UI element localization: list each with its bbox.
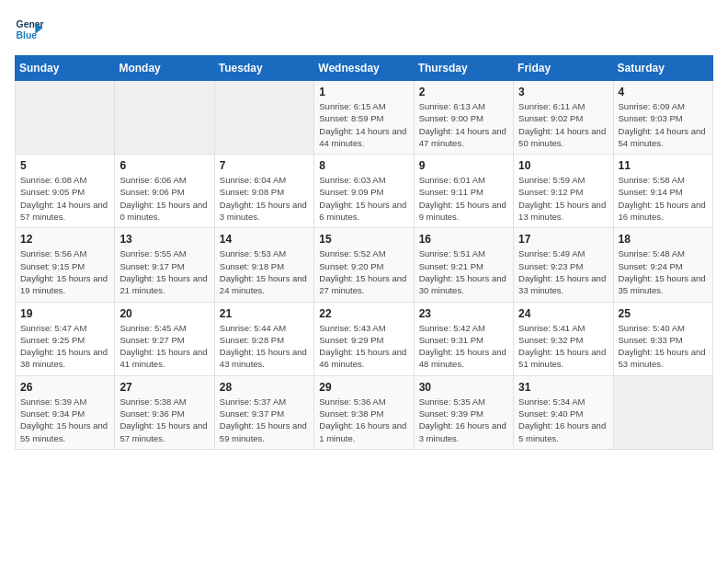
calendar-cell: 13Sunrise: 5:55 AMSunset: 9:17 PMDayligh… (115, 228, 214, 302)
calendar-cell: 9Sunrise: 6:01 AMSunset: 9:11 PMDaylight… (414, 155, 513, 228)
weekday-header-friday: Friday (514, 56, 613, 81)
day-number: 2 (419, 86, 508, 98)
day-info: Sunrise: 6:11 AMSunset: 9:02 PMDaylight:… (518, 100, 608, 149)
weekday-header-wednesday: Wednesday (314, 56, 414, 81)
day-number: 22 (319, 307, 408, 320)
page-header: General Blue (15, 15, 713, 44)
day-number: 5 (20, 159, 109, 172)
day-info: Sunrise: 5:56 AMSunset: 9:15 PMDaylight:… (20, 247, 109, 296)
day-number: 15 (319, 233, 408, 246)
calendar-cell: 2Sunrise: 6:13 AMSunset: 9:00 PMDaylight… (414, 81, 513, 155)
calendar-cell: 19Sunrise: 5:47 AMSunset: 9:25 PMDayligh… (16, 302, 115, 375)
day-number: 4 (619, 86, 708, 98)
calendar-cell: 10Sunrise: 5:59 AMSunset: 9:12 PMDayligh… (514, 155, 613, 228)
day-number: 8 (319, 159, 408, 172)
day-number: 29 (319, 381, 408, 394)
day-info: Sunrise: 5:59 AMSunset: 9:12 PMDaylight:… (518, 174, 608, 223)
day-info: Sunrise: 6:03 AMSunset: 9:09 PMDaylight:… (319, 174, 408, 223)
day-info: Sunrise: 5:55 AMSunset: 9:17 PMDaylight:… (119, 247, 209, 296)
day-number: 30 (419, 381, 508, 394)
day-info: Sunrise: 5:51 AMSunset: 9:21 PMDaylight:… (419, 247, 508, 296)
weekday-header-monday: Monday (115, 56, 214, 81)
calendar-cell: 12Sunrise: 5:56 AMSunset: 9:15 PMDayligh… (16, 228, 115, 302)
calendar-cell: 25Sunrise: 5:40 AMSunset: 9:33 PMDayligh… (613, 302, 712, 375)
day-info: Sunrise: 6:01 AMSunset: 9:11 PMDaylight:… (419, 174, 508, 223)
day-info: Sunrise: 5:36 AMSunset: 9:38 PMDaylight:… (319, 396, 408, 444)
calendar-cell: 29Sunrise: 5:36 AMSunset: 9:38 PMDayligh… (314, 375, 414, 449)
calendar-cell: 5Sunrise: 6:08 AMSunset: 9:05 PMDaylight… (16, 155, 115, 228)
calendar-cell: 11Sunrise: 5:58 AMSunset: 9:14 PMDayligh… (613, 155, 712, 228)
day-number: 11 (619, 159, 708, 172)
day-info: Sunrise: 5:47 AMSunset: 9:25 PMDaylight:… (20, 322, 109, 371)
day-number: 14 (220, 233, 309, 246)
calendar-cell: 23Sunrise: 5:42 AMSunset: 9:31 PMDayligh… (414, 302, 513, 375)
day-number: 3 (518, 86, 608, 98)
calendar-cell (115, 81, 214, 155)
weekday-header-sunday: Sunday (16, 56, 115, 81)
day-number: 24 (518, 307, 608, 320)
calendar-cell: 22Sunrise: 5:43 AMSunset: 9:29 PMDayligh… (314, 302, 414, 375)
calendar-cell: 24Sunrise: 5:41 AMSunset: 9:32 PMDayligh… (514, 302, 613, 375)
day-info: Sunrise: 6:06 AMSunset: 9:06 PMDaylight:… (119, 174, 209, 223)
day-info: Sunrise: 5:48 AMSunset: 9:24 PMDaylight:… (619, 247, 708, 296)
calendar-cell: 7Sunrise: 6:04 AMSunset: 9:08 PMDaylight… (214, 155, 313, 228)
day-info: Sunrise: 5:37 AMSunset: 9:37 PMDaylight:… (220, 396, 309, 444)
day-info: Sunrise: 5:42 AMSunset: 9:31 PMDaylight:… (419, 322, 508, 371)
day-number: 19 (20, 307, 109, 320)
calendar-cell: 3Sunrise: 6:11 AMSunset: 9:02 PMDaylight… (514, 81, 613, 155)
calendar-cell (214, 81, 313, 155)
day-number: 25 (619, 307, 708, 320)
day-number: 17 (518, 233, 608, 246)
day-info: Sunrise: 6:15 AMSunset: 8:59 PMDaylight:… (319, 100, 408, 149)
day-info: Sunrise: 5:44 AMSunset: 9:28 PMDaylight:… (220, 322, 309, 371)
weekday-header-tuesday: Tuesday (214, 56, 313, 81)
calendar-cell: 6Sunrise: 6:06 AMSunset: 9:06 PMDaylight… (115, 155, 214, 228)
calendar-cell: 4Sunrise: 6:09 AMSunset: 9:03 PMDaylight… (613, 81, 712, 155)
day-info: Sunrise: 5:52 AMSunset: 9:20 PMDaylight:… (319, 247, 408, 296)
weekday-header-saturday: Saturday (613, 56, 712, 81)
day-number: 26 (20, 381, 109, 394)
day-info: Sunrise: 5:35 AMSunset: 9:39 PMDaylight:… (419, 396, 508, 444)
day-info: Sunrise: 5:38 AMSunset: 9:36 PMDaylight:… (119, 396, 209, 444)
day-info: Sunrise: 6:13 AMSunset: 9:00 PMDaylight:… (419, 100, 508, 149)
logo-icon: General Blue (15, 15, 44, 44)
calendar-table: SundayMondayTuesdayWednesdayThursdayFrid… (15, 55, 713, 450)
day-info: Sunrise: 5:39 AMSunset: 9:34 PMDaylight:… (20, 396, 109, 444)
calendar-cell: 27Sunrise: 5:38 AMSunset: 9:36 PMDayligh… (115, 375, 214, 449)
day-info: Sunrise: 5:45 AMSunset: 9:27 PMDaylight:… (119, 322, 209, 371)
calendar-cell: 16Sunrise: 5:51 AMSunset: 9:21 PMDayligh… (414, 228, 513, 302)
day-number: 1 (319, 86, 408, 98)
day-number: 31 (518, 381, 608, 394)
svg-text:Blue: Blue (17, 30, 38, 40)
day-info: Sunrise: 5:58 AMSunset: 9:14 PMDaylight:… (619, 174, 708, 223)
calendar-cell: 1Sunrise: 6:15 AMSunset: 8:59 PMDaylight… (314, 81, 414, 155)
calendar-cell: 30Sunrise: 5:35 AMSunset: 9:39 PMDayligh… (414, 375, 513, 449)
calendar-cell: 31Sunrise: 5:34 AMSunset: 9:40 PMDayligh… (514, 375, 613, 449)
calendar-cell: 21Sunrise: 5:44 AMSunset: 9:28 PMDayligh… (214, 302, 313, 375)
calendar-cell (16, 81, 115, 155)
calendar-cell (613, 375, 712, 449)
day-number: 16 (419, 233, 508, 246)
day-number: 27 (119, 381, 209, 394)
day-info: Sunrise: 5:53 AMSunset: 9:18 PMDaylight:… (220, 247, 309, 296)
calendar-cell: 26Sunrise: 5:39 AMSunset: 9:34 PMDayligh… (16, 375, 115, 449)
day-info: Sunrise: 6:08 AMSunset: 9:05 PMDaylight:… (20, 174, 109, 223)
weekday-header-thursday: Thursday (414, 56, 513, 81)
calendar-cell: 8Sunrise: 6:03 AMSunset: 9:09 PMDaylight… (314, 155, 414, 228)
day-info: Sunrise: 5:41 AMSunset: 9:32 PMDaylight:… (518, 322, 608, 371)
calendar-cell: 15Sunrise: 5:52 AMSunset: 9:20 PMDayligh… (314, 228, 414, 302)
day-info: Sunrise: 5:34 AMSunset: 9:40 PMDaylight:… (518, 396, 608, 444)
day-info: Sunrise: 5:49 AMSunset: 9:23 PMDaylight:… (518, 247, 608, 296)
day-info: Sunrise: 6:04 AMSunset: 9:08 PMDaylight:… (220, 174, 309, 223)
logo: General Blue (15, 15, 44, 44)
day-number: 18 (619, 233, 708, 246)
calendar-cell: 20Sunrise: 5:45 AMSunset: 9:27 PMDayligh… (115, 302, 214, 375)
calendar-cell: 28Sunrise: 5:37 AMSunset: 9:37 PMDayligh… (214, 375, 313, 449)
day-number: 20 (119, 307, 209, 320)
day-number: 7 (220, 159, 309, 172)
day-number: 10 (518, 159, 608, 172)
day-number: 13 (119, 233, 209, 246)
day-info: Sunrise: 5:40 AMSunset: 9:33 PMDaylight:… (619, 322, 708, 371)
calendar-cell: 14Sunrise: 5:53 AMSunset: 9:18 PMDayligh… (214, 228, 313, 302)
day-info: Sunrise: 5:43 AMSunset: 9:29 PMDaylight:… (319, 322, 408, 371)
